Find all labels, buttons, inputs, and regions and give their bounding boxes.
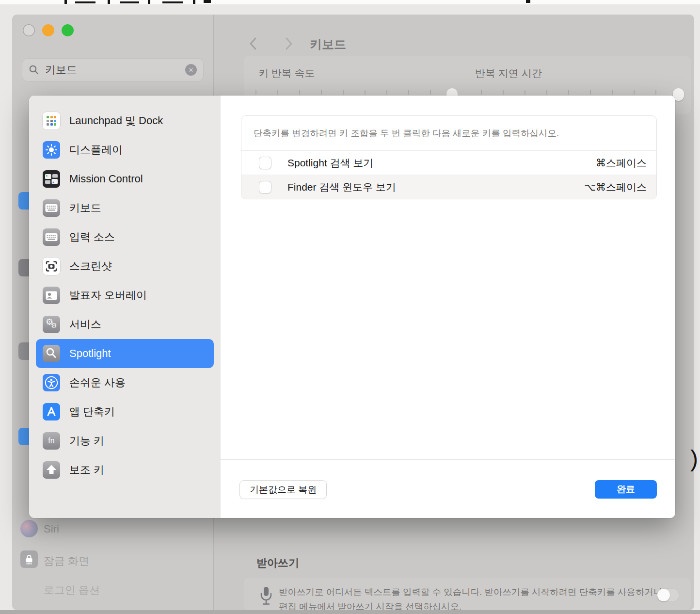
- category-mission-control[interactable]: Mission Control: [36, 164, 214, 194]
- mission-control-icon: [43, 170, 60, 188]
- app-store-icon: [43, 403, 60, 420]
- forward-button[interactable]: [283, 36, 294, 51]
- shortcuts-instruction: 단축키를 변경하려면 키 조합을 두 번 클릭한 다음 새로운 키를 입력하십시…: [241, 116, 656, 151]
- fn-key-icon: fn: [43, 432, 60, 450]
- repeat-delay-label: 반복 지연 시간: [475, 66, 542, 80]
- category-launchpad-dock[interactable]: Launchpad 및 Dock: [36, 106, 214, 135]
- category-accessibility[interactable]: 손쉬운 사용: [36, 368, 214, 397]
- lock-screen-icon[interactable]: [20, 550, 38, 568]
- accessibility-icon: [43, 374, 60, 391]
- search-icon: [29, 65, 39, 75]
- category-displays[interactable]: 디스플레이: [36, 135, 214, 164]
- restore-defaults-button[interactable]: 기본값으로 복원: [240, 481, 326, 499]
- category-services[interactable]: ⚙ ⚙ 서비스: [36, 310, 214, 339]
- keyboard-shortcuts-sheet: Launchpad 및 Dock 디스플레이: [29, 96, 675, 518]
- shortcuts-table: 단축키를 변경하려면 키 조합을 두 번 클릭한 다음 새로운 키를 입력하십시…: [241, 115, 657, 199]
- zoom-window-button[interactable]: [62, 24, 74, 36]
- done-button[interactable]: 완료: [595, 480, 657, 499]
- category-keyboard[interactable]: 키보드: [36, 194, 214, 223]
- key-repeat-label: 키 반복 속도: [258, 66, 315, 80]
- minimize-window-button[interactable]: [42, 24, 54, 36]
- dictation-card: 받아쓰기로 어디서든 텍스트를 입력할 수 있습니다. 받아쓰기를 시작하려면 …: [244, 578, 691, 610]
- shortcut-row-spotlight-search[interactable]: Spotlight 검색 보기 ⌘스페이스: [241, 151, 656, 175]
- lock-icon: [23, 553, 35, 566]
- spotlight-search-shortcut-value[interactable]: ⌘스페이스: [596, 156, 647, 170]
- finder-search-shortcut-value[interactable]: ⌥⌘스페이스: [584, 180, 647, 194]
- cut-off-content-strip: [0, 0, 700, 4]
- dictation-description-line1: 받아쓰기로 어디서든 텍스트를 입력할 수 있습니다. 받아쓰기를 시작하려면 …: [279, 586, 662, 598]
- shift-arrow-icon: [43, 461, 60, 479]
- category-modifier-keys[interactable]: 보조 키: [36, 455, 214, 485]
- shortcut-row-finder-search[interactable]: Finder 검색 윈도우 보기 ⌥⌘스페이스: [241, 175, 656, 199]
- services-gears-icon: ⚙ ⚙: [43, 316, 60, 333]
- display-brightness-icon: [43, 141, 60, 159]
- clear-search-icon[interactable]: ✕: [185, 64, 197, 76]
- microphone-icon: [259, 586, 273, 608]
- category-function-keys[interactable]: fn 기능 키: [36, 426, 214, 455]
- window-bottom-edge: [0, 610, 700, 614]
- input-sources-icon: [43, 228, 60, 246]
- back-button[interactable]: [248, 36, 259, 51]
- search-input[interactable]: 키보드 ✕: [22, 58, 204, 81]
- search-value: 키보드: [45, 63, 179, 77]
- page-title: 키보드: [310, 36, 346, 52]
- screenshot-icon: [43, 258, 60, 275]
- category-app-shortcuts[interactable]: 앱 단축키: [36, 397, 214, 426]
- close-window-button[interactable]: [23, 24, 35, 36]
- finder-search-checkbox[interactable]: [259, 181, 271, 194]
- shortcuts-category-list: Launchpad 및 Dock 디스플레이: [29, 96, 221, 518]
- category-spotlight[interactable]: Spotlight: [36, 339, 214, 368]
- sheet-footer: 기본값으로 복원 완료: [221, 459, 675, 518]
- launchpad-icon: [43, 112, 60, 129]
- category-presenter-overlay[interactable]: 발표자 오버레이: [36, 281, 214, 310]
- cut-off-paren-glyph: ): [690, 445, 698, 472]
- category-screenshots[interactable]: 스크린샷: [36, 252, 214, 281]
- dictation-toggle[interactable]: [657, 588, 679, 602]
- sidebar-item-login-options[interactable]: 로그인 옵션: [44, 583, 100, 598]
- sidebar-item-lock-screen[interactable]: 잠금 화면: [44, 554, 89, 568]
- presenter-overlay-icon: [43, 287, 60, 304]
- spotlight-search-checkbox[interactable]: [259, 157, 271, 169]
- dictation-heading: 받아쓰기: [256, 556, 299, 570]
- siri-icon[interactable]: [20, 520, 38, 537]
- category-input-sources[interactable]: 입력 소스: [36, 223, 214, 252]
- sidebar-item-siri[interactable]: Siri: [44, 523, 59, 535]
- keyboard-icon: [43, 199, 60, 217]
- shortcuts-detail-pane: 단축키를 변경하려면 키 조합을 두 번 클릭한 다음 새로운 키를 입력하십시…: [221, 96, 675, 518]
- spotlight-magnifier-icon: [43, 345, 60, 362]
